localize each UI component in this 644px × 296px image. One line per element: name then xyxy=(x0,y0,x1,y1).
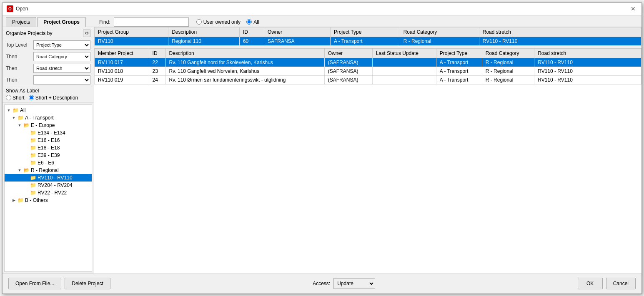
tree-label-b-others: B - Others xyxy=(25,197,48,203)
cancel-button[interactable]: Cancel xyxy=(606,278,636,289)
short-radio[interactable] xyxy=(6,95,11,100)
folder-icon-e6: 📁 xyxy=(30,160,36,166)
mp-cell-description: Rv. 110 Gangfelt ved Norveien, Karlshus xyxy=(165,67,324,75)
tab-projects[interactable]: Projects xyxy=(6,17,36,27)
pg-cell-project-type: A - Transport xyxy=(330,37,400,45)
mp-col-road-stretch: Road stretch xyxy=(534,48,641,58)
table-row[interactable]: RV110 018 23 Rv. 110 Gangfelt ved Norvei… xyxy=(95,67,641,75)
ok-button[interactable]: OK xyxy=(578,278,603,289)
level-row-2: Then Road stretch xyxy=(3,62,94,74)
mp-cell-owner: (SAFRANSA) xyxy=(324,67,372,75)
tree-item-rv110[interactable]: 📁 RV110 - RV110 xyxy=(5,174,92,182)
access-select[interactable]: Update Read Only xyxy=(333,278,375,289)
mp-cell-road-category: R - Regional xyxy=(482,67,534,75)
tree-container[interactable]: ▼ 📁 All ▼ 📁 A - Transport ▼ 📂 E - Europe xyxy=(4,104,92,272)
mp-cell-last-status xyxy=(372,75,436,84)
footer-center: Access: Update Read Only xyxy=(313,278,375,289)
level-select-2[interactable]: Road stretch xyxy=(33,64,90,73)
delete-project-button[interactable]: Delete Project xyxy=(65,278,110,289)
app-icon: O xyxy=(7,5,13,12)
level-label-2: Then xyxy=(6,65,31,71)
mp-cell-project-type: A - Transport xyxy=(436,75,482,84)
tree-label-a-transport: A - Transport xyxy=(25,115,54,121)
folder-icon-rv110: 📁 xyxy=(30,175,36,181)
organize-button[interactable]: ⚙ xyxy=(83,30,90,37)
mp-cell-road-stretch: RV110 - RV110 xyxy=(534,75,641,84)
tab-project-groups[interactable]: Project Groups xyxy=(37,17,86,27)
member-project-table: Member Project ID Description Owner Last… xyxy=(94,48,641,85)
organize-label: Organize Projects by xyxy=(6,30,52,36)
mp-cell-project-type: A - Transport xyxy=(436,67,482,75)
tree-label-e-europe: E - Europe xyxy=(31,122,55,128)
tree-item-r-regional[interactable]: ▼ 📂 R - Regional xyxy=(5,167,92,174)
footer-right: OK Cancel xyxy=(578,278,636,289)
table-row[interactable]: RV110 Regional 110 60 SAFRANSA A - Trans… xyxy=(95,37,641,45)
tree-item-rv204[interactable]: 📁 RV204 - RV204 xyxy=(5,182,92,189)
right-panel: Project Group Description ID Owner Proje… xyxy=(94,27,641,274)
project-group-section: Project Group Description ID Owner Proje… xyxy=(94,27,641,46)
radio-group: User owned only All xyxy=(196,19,259,25)
tree-label-e134: E134 - E134 xyxy=(38,130,65,136)
folder-icon-e18: 📁 xyxy=(30,145,36,151)
open-dialog: O Open ✕ Projects Project Groups Find: U… xyxy=(2,2,642,294)
pg-cell-description: Regional 110 xyxy=(168,37,240,45)
tree-item-b-others[interactable]: ▶ 📁 B - Others xyxy=(5,197,92,204)
level-select-0[interactable]: Project Type xyxy=(33,40,90,50)
tree-item-e16[interactable]: 📁 E16 - E16 xyxy=(5,137,92,144)
short-desc-radio-label[interactable]: Short + Description xyxy=(29,95,78,101)
tab-bar: Projects Project Groups Find: User owned… xyxy=(3,15,641,27)
level-label-0: Top Level xyxy=(6,42,31,48)
member-project-table-container[interactable]: Member Project ID Description Owner Last… xyxy=(94,48,641,274)
mp-cell-description: Rv. 110 Gangfelt nord for Skoleveien, Ka… xyxy=(165,58,324,67)
level-select-3[interactable] xyxy=(33,75,90,85)
radio-all-input[interactable] xyxy=(246,19,252,25)
pg-table-body: RV110 Regional 110 60 SAFRANSA A - Trans… xyxy=(95,37,641,45)
mp-cell-last-status xyxy=(372,58,436,67)
short-desc-radio[interactable] xyxy=(29,95,34,100)
tree-item-e134[interactable]: 📁 E134 - E134 xyxy=(5,129,92,137)
project-group-table-container[interactable]: Project Group Description ID Owner Proje… xyxy=(94,27,641,46)
radio-user-owned[interactable]: User owned only xyxy=(196,19,241,25)
tree-label-r-regional: R - Regional xyxy=(31,167,59,173)
tree-item-all[interactable]: ▼ 📁 All xyxy=(5,107,92,114)
folder-icon-e39: 📁 xyxy=(30,152,36,158)
pg-col-project-group: Project Group xyxy=(95,27,168,37)
table-row[interactable]: RV110 019 24 Rv. 110 Ørmen sør fundament… xyxy=(95,75,641,84)
level-select-1[interactable]: Road Category xyxy=(33,52,90,61)
project-group-table: Project Group Description ID Owner Proje… xyxy=(94,27,641,46)
folder-icon-r-regional: 📂 xyxy=(23,167,30,173)
level-row-0: Top Level Project Type xyxy=(3,39,94,51)
expand-icon-b-others[interactable]: ▶ xyxy=(11,198,16,202)
pg-col-road-stretch: Road stretch xyxy=(479,27,641,37)
expand-icon-e-europe[interactable]: ▼ xyxy=(17,123,22,127)
pg-cell-owner: SAFRANSA xyxy=(264,37,330,45)
tree-item-e39[interactable]: 📁 E39 - E39 xyxy=(5,152,92,159)
pg-cell-project-group: RV110 xyxy=(95,37,168,45)
folder-icon-rv204: 📁 xyxy=(30,182,36,188)
expand-icon-all[interactable]: ▼ xyxy=(6,108,11,112)
tree-label-rv22: RV22 - RV22 xyxy=(38,190,67,196)
find-input[interactable] xyxy=(114,17,189,27)
mp-cell-member-project: RV110 019 xyxy=(95,75,149,84)
radio-user-owned-input[interactable] xyxy=(196,19,202,25)
radio-all[interactable]: All xyxy=(246,19,259,25)
expand-icon-r-regional[interactable]: ▼ xyxy=(17,168,22,172)
mp-col-project-type: Project Type xyxy=(436,48,482,58)
show-as-label-section: Show As Label Short Short + Description xyxy=(3,86,94,103)
level-row-3: Then xyxy=(3,74,94,86)
tree-item-a-transport[interactable]: ▼ 📁 A - Transport xyxy=(5,114,92,122)
close-button[interactable]: ✕ xyxy=(629,5,637,13)
folder-icon-b-others: 📁 xyxy=(18,197,24,203)
tree-label-e18: E18 - E18 xyxy=(38,145,60,151)
table-row[interactable]: RV110 017 22 Rv. 110 Gangfelt nord for S… xyxy=(95,58,641,67)
pg-col-road-category: Road Category xyxy=(400,27,479,37)
expand-icon-a-transport[interactable]: ▼ xyxy=(11,116,16,120)
mp-col-owner: Owner xyxy=(324,48,372,58)
tree-item-e-europe[interactable]: ▼ 📂 E - Europe xyxy=(5,122,92,129)
short-radio-label[interactable]: Short xyxy=(6,95,25,101)
pg-col-project-type: Project Type xyxy=(330,27,400,37)
tree-item-rv22[interactable]: 📁 RV22 - RV22 xyxy=(5,189,92,197)
open-from-file-button[interactable]: Open From File... xyxy=(8,278,61,289)
tree-item-e6[interactable]: 📁 E6 - E6 xyxy=(5,159,92,167)
tree-item-e18[interactable]: 📁 E18 - E18 xyxy=(5,144,92,152)
